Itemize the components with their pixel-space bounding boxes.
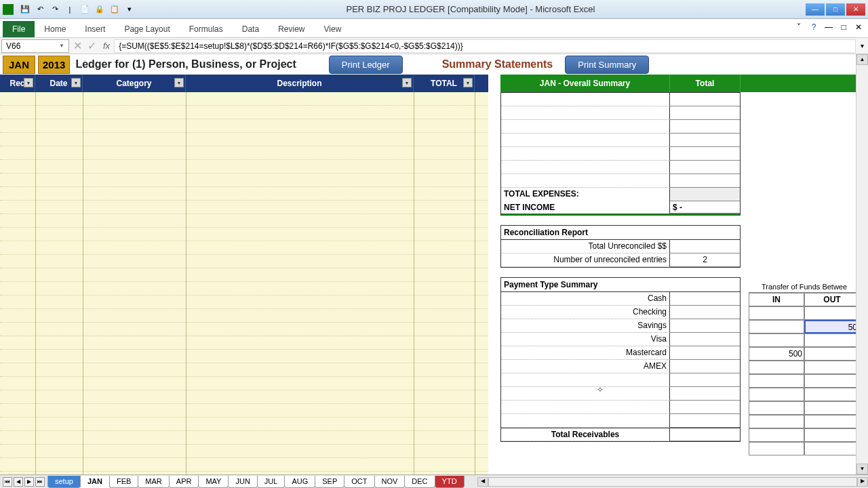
tab-prev-icon[interactable]: ◀ <box>14 477 23 487</box>
sheet-tab-jan[interactable]: JAN <box>80 476 110 488</box>
cell-reference: V66 <box>6 41 20 51</box>
filter-date-icon[interactable]: ▼ <box>71 78 81 87</box>
tab-data[interactable]: Data <box>233 21 269 37</box>
enter-formula-icon[interactable]: ✓ <box>85 39 99 52</box>
tab-page-layout[interactable]: Page Layout <box>115 21 179 37</box>
redo-icon[interactable]: ↷ <box>49 3 61 16</box>
header-rec: Rec▼ <box>0 75 35 92</box>
payment-amex: AMEX <box>501 360 670 373</box>
sheet-tab-nov[interactable]: NOV <box>374 476 406 488</box>
tab-insert[interactable]: Insert <box>75 21 115 37</box>
sheet-tab-aug[interactable]: AUG <box>284 476 315 488</box>
summary-header-total: Total <box>670 75 741 92</box>
payment-type-summary: Payment Type Summary Cash Checking Savin… <box>500 277 741 442</box>
tab-nav: ⏮ ◀ ▶ ⏭ <box>0 477 47 487</box>
name-box-dropdown-icon[interactable]: ▼ <box>59 43 64 49</box>
tab-last-icon[interactable]: ⏭ <box>35 477 45 487</box>
transfer-checking-out: 50 <box>804 320 856 333</box>
transfer-of-funds: Transfer of Funds Betwee IN OUT 50 500 <box>749 281 856 455</box>
scroll-down-icon[interactable]: ▼ <box>856 464 868 474</box>
tab-review[interactable]: Review <box>269 21 314 37</box>
qat-dropdown-icon[interactable]: ▾ <box>123 3 136 16</box>
workbook-restore-icon[interactable]: □ <box>838 22 849 33</box>
sheet-tab-setup[interactable]: setup <box>47 476 81 488</box>
print-summary-button[interactable]: Print Summary <box>565 56 649 74</box>
save-icon[interactable]: 💾 <box>19 3 31 16</box>
ledger-header-row: JAN 2013 Ledger for (1) Person, Business… <box>0 54 856 75</box>
summary-statements-title: Summary Statements <box>442 58 553 70</box>
excel-icon <box>3 4 14 15</box>
cancel-formula-icon[interactable]: ✕ <box>71 39 85 52</box>
sheet-tab-jun[interactable]: JUN <box>228 476 257 488</box>
sheet-tab-apr[interactable]: APR <box>169 476 199 488</box>
tab-view[interactable]: View <box>315 21 351 37</box>
undo-icon[interactable]: ↶ <box>34 3 46 16</box>
filter-category-icon[interactable]: ▼ <box>174 78 184 87</box>
tab-home[interactable]: Home <box>35 21 75 37</box>
sheet-tab-oct[interactable]: OCT <box>344 476 374 488</box>
tab-next-icon[interactable]: ▶ <box>24 477 34 487</box>
sheet-tab-jul[interactable]: JUL <box>257 476 285 488</box>
filter-total-icon[interactable]: ▼ <box>463 78 473 87</box>
sheet-tab-dec[interactable]: DEC <box>404 476 435 488</box>
recon-title: Reconciliation Report <box>501 226 740 240</box>
help-icon[interactable]: ? <box>808 22 819 33</box>
transfer-out-header: OUT <box>804 293 856 306</box>
maximize-button[interactable]: □ <box>826 3 845 16</box>
ribbon: File Home Insert Page Layout Formulas Da… <box>0 19 868 38</box>
tab-formulas[interactable]: Formulas <box>180 21 233 37</box>
quick-access-toolbar: 💾 ↶ ↷ | 📄 🔒 📋 ▾ <box>19 3 136 16</box>
close-button[interactable]: ✕ <box>846 3 865 16</box>
filter-description-icon[interactable]: ▼ <box>402 78 412 87</box>
year-badge: 2013 <box>38 56 70 74</box>
payment-cash: Cash <box>501 292 670 306</box>
qat-custom-2[interactable]: 🔒 <box>94 3 106 16</box>
filter-rec-icon[interactable]: ▼ <box>24 78 33 87</box>
ledger-column-headers: Rec▼ Date▼ Category▼ Description▼ TOTAL▼ <box>0 75 488 92</box>
tab-first-icon[interactable]: ⏮ <box>3 477 12 487</box>
payment-savings: Savings <box>501 319 670 333</box>
workbook-minimize-icon[interactable]: — <box>823 22 834 33</box>
window-title: PER BIZ PROJ LEDGER [Compatibility Mode]… <box>136 4 806 14</box>
tab-file[interactable]: File <box>3 21 35 37</box>
sheet-tabs-bar: ⏮ ◀ ▶ ⏭ setupJANFEBMARAPRMAYJUNJULAUGSEP… <box>0 474 868 488</box>
summary-header-main: JAN - Overall Summary <box>500 75 670 92</box>
payment-checking: Checking <box>501 306 670 319</box>
hscroll-left-icon[interactable]: ◀ <box>477 477 488 487</box>
transfer-title: Transfer of Funds Betwee <box>749 281 856 293</box>
transfer-visa-in: 500 <box>749 347 804 361</box>
sheet-tab-ytd[interactable]: YTD <box>435 476 465 488</box>
workbook-close-icon[interactable]: ✕ <box>853 22 864 33</box>
vertical-scrollbar[interactable]: ▲ ▼ <box>856 54 868 474</box>
ledger-table: Rec▼ Date▼ Category▼ Description▼ TOTAL▼ <box>0 75 488 474</box>
name-box[interactable]: V66 ▼ <box>1 39 69 53</box>
scroll-up-icon[interactable]: ▲ <box>856 54 868 65</box>
ledger-body[interactable] <box>0 92 488 474</box>
fx-icon[interactable]: fx <box>99 41 114 51</box>
formula-input[interactable]: {=SUM(($E$5:$E$214=setup!$L$8)*($D$5:$D$… <box>114 39 856 53</box>
qat-separator: | <box>64 3 76 16</box>
overall-summary-body: TOTAL EXPENSES: NET INCOME$ - <box>500 92 741 216</box>
header-total: TOTAL▼ <box>414 75 475 92</box>
payment-title: Payment Type Summary <box>501 278 740 292</box>
header-description: Description▼ <box>186 75 414 92</box>
qat-custom-3[interactable]: 📋 <box>108 3 121 16</box>
qat-custom-1[interactable]: 📄 <box>79 3 91 16</box>
sheet-tab-feb[interactable]: FEB <box>109 476 138 488</box>
title-bar: 💾 ↶ ↷ | 📄 🔒 📋 ▾ PER BIZ PROJ LEDGER [Com… <box>0 0 868 19</box>
transfer-in-header: IN <box>749 293 804 306</box>
hscroll-track[interactable] <box>488 477 857 487</box>
formula-expand-icon[interactable]: ▾ <box>856 42 868 49</box>
month-badge: JAN <box>3 56 35 74</box>
ribbon-minimize-icon[interactable]: ˅ <box>793 22 804 33</box>
sheet-tab-may[interactable]: MAY <box>198 476 229 488</box>
sheet-tab-sep[interactable]: SEP <box>315 476 344 488</box>
minimize-button[interactable]: — <box>806 3 825 16</box>
ledger-title: Ledger for (1) Person, Business, or Proj… <box>75 58 296 70</box>
print-ledger-button[interactable]: Print Ledger <box>329 56 403 74</box>
hscroll-right-icon[interactable]: ▶ <box>857 477 868 487</box>
sheet-tab-mar[interactable]: MAR <box>138 476 169 488</box>
formula-bar: V66 ▼ ✕ ✓ fx {=SUM(($E$5:$E$214=setup!$L… <box>0 38 868 54</box>
payment-mastercard: Mastercard <box>501 346 670 360</box>
horizontal-scrollbar[interactable]: ◀ ▶ <box>477 477 868 487</box>
